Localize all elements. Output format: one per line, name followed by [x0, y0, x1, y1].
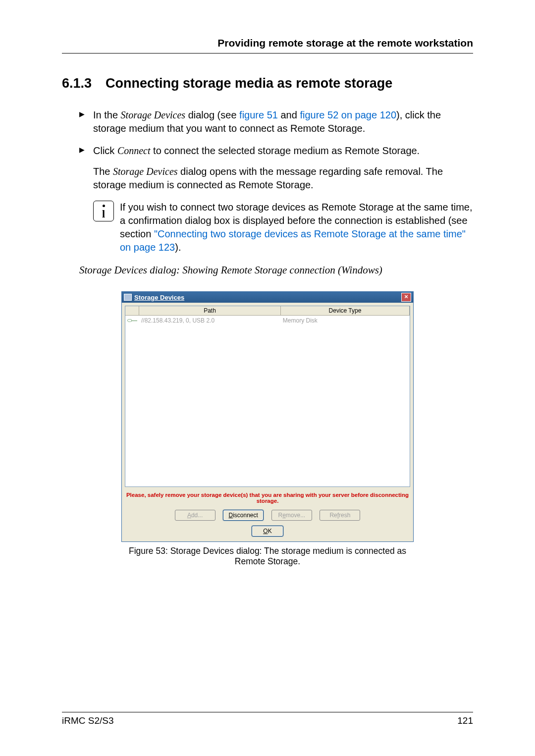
column-path[interactable]: Path — [139, 306, 281, 315]
warning-message: Please, safely remove your storage devic… — [125, 492, 410, 504]
text-fragment: dialog (see — [185, 109, 239, 120]
step-list: In the Storage Devices dialog (see figur… — [62, 108, 473, 192]
step-item-1: In the Storage Devices dialog (see figur… — [79, 108, 473, 135]
column-icon — [125, 306, 139, 315]
text-fragment: and — [278, 109, 300, 120]
dialog-app-icon — [124, 294, 132, 301]
btn-label: isconnect — [233, 512, 258, 519]
dialog-title: Storage Devices — [134, 294, 401, 301]
page-footer: iRMC S2/S3 121 — [62, 712, 473, 726]
remove-button[interactable]: Remove... — [271, 510, 312, 521]
section-number: 6.1.3 — [62, 76, 92, 91]
text-fragment: The — [93, 166, 113, 177]
section-heading: 6.1.3Connecting storage media as remote … — [62, 76, 473, 91]
add-button[interactable]: Add... — [175, 510, 215, 521]
text-fragment: Click — [93, 145, 117, 156]
info-note: l If you wish to connect two storage dev… — [93, 201, 473, 254]
link-section-connecting-two[interactable]: "Connecting two storage devices as Remot… — [120, 228, 466, 253]
ui-term: Connect — [117, 145, 151, 156]
text-fragment: ). — [175, 242, 181, 253]
button-row-ok: OK — [122, 524, 413, 541]
table-body: ⬭— //82.158.43.219, 0, USB 2.0 Memory Di… — [125, 316, 410, 486]
btn-label: move... — [286, 512, 305, 519]
connected-icon: ⬭— — [125, 317, 139, 324]
cell-type: Memory Disk — [281, 317, 410, 324]
figure-caption: Figure 53: Storage Devices dialog: The s… — [121, 546, 414, 567]
footer-page-number: 121 — [457, 715, 473, 726]
ok-button[interactable]: OK — [252, 526, 283, 537]
step-result: The Storage Devices dialog opens with th… — [93, 165, 473, 192]
info-icon: l — [93, 201, 114, 221]
ui-term: Storage Devices — [121, 109, 186, 120]
btn-label: resh — [339, 512, 350, 519]
button-row-main: Add... Disconnect Remove... Refresh — [122, 507, 413, 524]
figure-subtitle: Storage Devices dialog: Showing Remote S… — [79, 264, 473, 276]
table-row[interactable]: ⬭— //82.158.43.219, 0, USB 2.0 Memory Di… — [125, 316, 410, 325]
step-item-2: Click Connect to connect the selected st… — [79, 144, 473, 192]
link-figure-51[interactable]: figure 51 — [239, 109, 278, 120]
btn-label: Re — [329, 512, 337, 519]
footer-left: iRMC S2/S3 — [62, 715, 114, 726]
btn-label: K — [268, 528, 272, 535]
section-title: Connecting storage media as remote stora… — [106, 76, 392, 91]
close-button[interactable]: × — [401, 293, 411, 302]
dialog-table: Path Device Type ⬭— //82.158.43.219, 0, … — [125, 306, 410, 487]
dialog-figure: Storage Devices × Path Device Type ⬭— //… — [121, 291, 414, 567]
text-fragment: In the — [93, 109, 121, 120]
link-figure-52[interactable]: figure 52 on page 120 — [300, 109, 396, 120]
disconnect-button[interactable]: Disconnect — [223, 510, 264, 521]
cell-path: //82.158.43.219, 0, USB 2.0 — [139, 317, 281, 324]
dialog-titlebar: Storage Devices × — [122, 292, 413, 303]
table-header: Path Device Type — [125, 306, 410, 316]
note-text: If you wish to connect two storage devic… — [120, 201, 473, 254]
btn-label: dd... — [191, 512, 203, 519]
refresh-button[interactable]: Refresh — [320, 510, 360, 521]
running-header: Providing remote storage at the remote w… — [62, 37, 473, 54]
text-fragment: to connect the selected storage medium a… — [151, 145, 420, 156]
storage-devices-dialog: Storage Devices × Path Device Type ⬭— //… — [121, 291, 414, 542]
column-device-type[interactable]: Device Type — [281, 306, 410, 315]
btn-label: R — [278, 512, 282, 519]
ui-term: Storage Devices — [113, 166, 178, 177]
